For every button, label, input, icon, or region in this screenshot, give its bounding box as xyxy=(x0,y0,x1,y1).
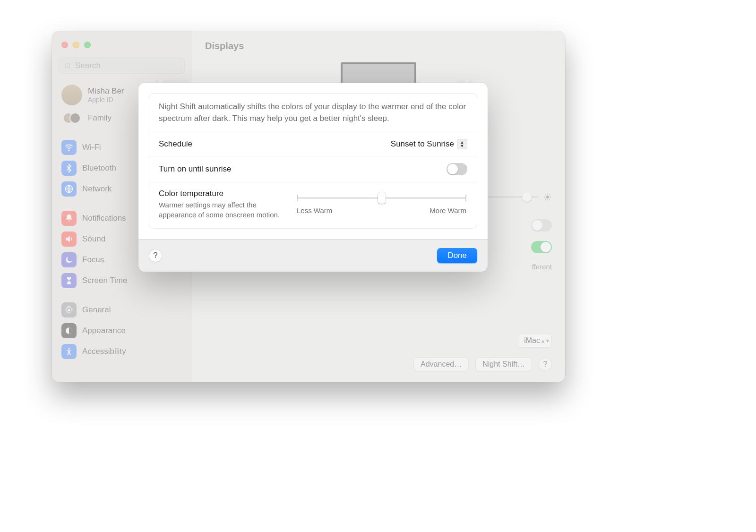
color-temp-sub: Warmer settings may affect the appearanc… xyxy=(159,200,283,220)
schedule-label: Schedule xyxy=(159,139,192,149)
schedule-value: Sunset to Sunrise xyxy=(391,139,454,149)
more-warm-label: More Warm xyxy=(430,206,466,215)
schedule-popup[interactable]: Sunset to Sunrise ▲▼ xyxy=(391,139,467,149)
night-shift-description: Night Shift automatically shifts the col… xyxy=(159,101,467,124)
less-warm-label: Less Warm xyxy=(297,206,332,215)
chevron-updown-icon: ▲▼ xyxy=(457,139,467,149)
turn-on-toggle[interactable] xyxy=(447,163,467,175)
slider-thumb[interactable] xyxy=(378,192,386,204)
done-button[interactable]: Done xyxy=(437,248,477,263)
turn-on-row: Turn on until sunrise xyxy=(149,156,477,182)
sheet-help-button[interactable]: ? xyxy=(149,249,162,262)
color-temp-label: Color temperature xyxy=(159,189,283,198)
color-temp-row: Color temperature Warmer settings may af… xyxy=(149,182,477,228)
color-temp-slider[interactable] xyxy=(297,197,466,199)
turn-on-label: Turn on until sunrise xyxy=(159,164,231,174)
schedule-row: Schedule Sunset to Sunrise ▲▼ xyxy=(149,132,477,156)
night-shift-sheet: Night Shift automatically shifts the col… xyxy=(138,83,488,272)
